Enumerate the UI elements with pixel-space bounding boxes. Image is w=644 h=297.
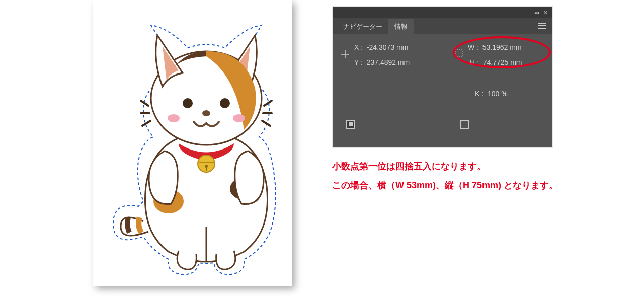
k-label: K : — [475, 90, 484, 98]
k-value: 100 % — [488, 90, 508, 98]
y-readout: Y : 237.4892 mm — [354, 58, 410, 66]
caption-line1: 小数点第一位は四捨五入になります。 — [332, 157, 558, 176]
fill-swatch-icon[interactable] — [346, 120, 355, 129]
bounds-icon — [455, 49, 463, 59]
panel-body: X : -24.3073 mm Y : 237.4892 mm W : 53.1… — [333, 34, 552, 147]
artwork-canvas — [93, 0, 292, 286]
svg-point-11 — [233, 114, 245, 122]
svg-rect-23 — [455, 50, 462, 57]
x-value: -24.3073 mm — [367, 43, 408, 51]
h-value: 74.7725 mm — [483, 58, 522, 66]
k-readout: K : 100 % — [475, 90, 508, 98]
panel-collapse-icon[interactable]: ◄◄ — [533, 11, 538, 15]
w-readout: W : 53.1962 mm — [468, 43, 522, 51]
tab-navigator[interactable]: ナビゲーター — [337, 19, 388, 34]
svg-line-15 — [264, 101, 272, 106]
svg-point-4 — [205, 165, 208, 168]
svg-point-9 — [202, 110, 210, 116]
h-label: H : — [470, 58, 479, 66]
y-value: 237.4892 mm — [367, 58, 410, 66]
y-label: Y : — [354, 58, 363, 66]
info-panel: ◄◄ ✕ ナビゲーター 情報 X : -24.3073 mm Y : 237.4… — [332, 6, 553, 148]
stroke-swatch-icon[interactable] — [460, 120, 469, 129]
x-label: X : — [354, 43, 363, 51]
tab-info[interactable]: 情報 — [388, 19, 414, 34]
svg-point-8 — [220, 98, 230, 108]
caption-line2: この場合、横（W 53mm)、縦（H 75mm) となります。 — [332, 176, 558, 195]
caption: 小数点第一位は四捨五入になります。 この場合、横（W 53mm)、縦（H 75m… — [332, 157, 558, 195]
cat-illustration — [93, 0, 292, 286]
cursor-position-icon — [341, 50, 349, 60]
x-readout: X : -24.3073 mm — [354, 43, 408, 51]
panel-menu-icon[interactable] — [538, 22, 547, 29]
panel-tabs: ナビゲーター 情報 — [333, 18, 552, 34]
svg-point-7 — [183, 98, 193, 108]
svg-point-10 — [168, 114, 180, 122]
h-readout: H : 74.7725 mm — [470, 58, 522, 66]
panel-close-icon[interactable]: ✕ — [543, 10, 548, 16]
w-label: W : — [468, 43, 478, 51]
w-value: 53.1962 mm — [482, 43, 522, 51]
panel-titlebar: ◄◄ ✕ — [333, 7, 552, 18]
